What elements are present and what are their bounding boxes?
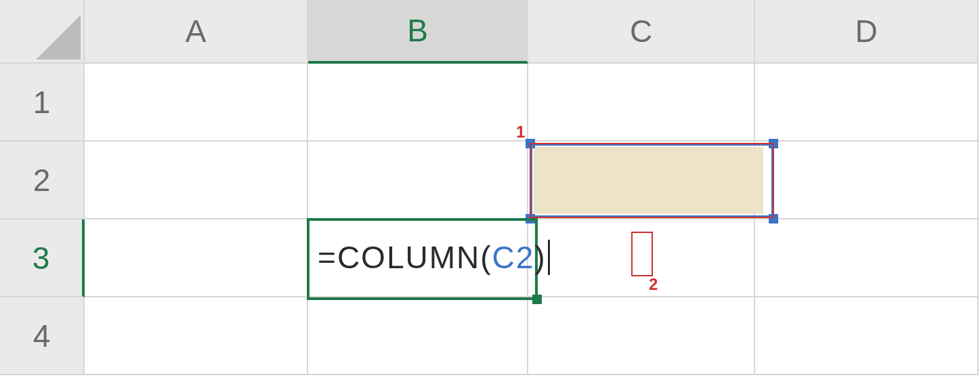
- cell-C2[interactable]: [528, 142, 755, 219]
- formula-reference: C2: [492, 239, 535, 276]
- svg-marker-0: [36, 15, 81, 60]
- formula-open-paren: (: [480, 239, 492, 276]
- fill-handle[interactable]: [532, 295, 542, 304]
- cell-A1[interactable]: [85, 64, 308, 142]
- cell-C3[interactable]: [528, 219, 755, 297]
- cell-A4[interactable]: [85, 297, 308, 375]
- row-header-3[interactable]: 3: [0, 219, 85, 297]
- spreadsheet-grid[interactable]: ABCD1234=COLUMN(C2)12: [0, 0, 980, 382]
- formula-editor[interactable]: =COLUMN(C2): [311, 236, 550, 279]
- text-caret: [548, 240, 550, 275]
- row-header-2[interactable]: 2: [0, 142, 85, 219]
- cell-C1[interactable]: [528, 64, 755, 142]
- cell-C4[interactable]: [528, 297, 755, 375]
- cell-D2[interactable]: [755, 142, 979, 219]
- select-all-corner[interactable]: [0, 0, 85, 64]
- cell-D4[interactable]: [755, 297, 979, 375]
- formula-prefix: =: [318, 239, 337, 276]
- cell-B2[interactable]: [308, 142, 528, 219]
- cell-D1[interactable]: [755, 64, 979, 142]
- cell-A2[interactable]: [85, 142, 308, 219]
- formula-function: COLUMN: [337, 239, 480, 276]
- row-header-4[interactable]: 4: [0, 297, 85, 375]
- column-header-B[interactable]: B: [308, 0, 528, 64]
- cell-B4[interactable]: [308, 297, 528, 375]
- formula-close-paren: ): [534, 239, 546, 276]
- column-header-A[interactable]: A: [85, 0, 308, 64]
- cell-B1[interactable]: [308, 64, 528, 142]
- cell-A3[interactable]: [85, 219, 308, 297]
- column-header-C[interactable]: C: [528, 0, 755, 64]
- row-header-1[interactable]: 1: [0, 64, 85, 142]
- cell-D3[interactable]: [755, 219, 979, 297]
- column-header-D[interactable]: D: [755, 0, 979, 64]
